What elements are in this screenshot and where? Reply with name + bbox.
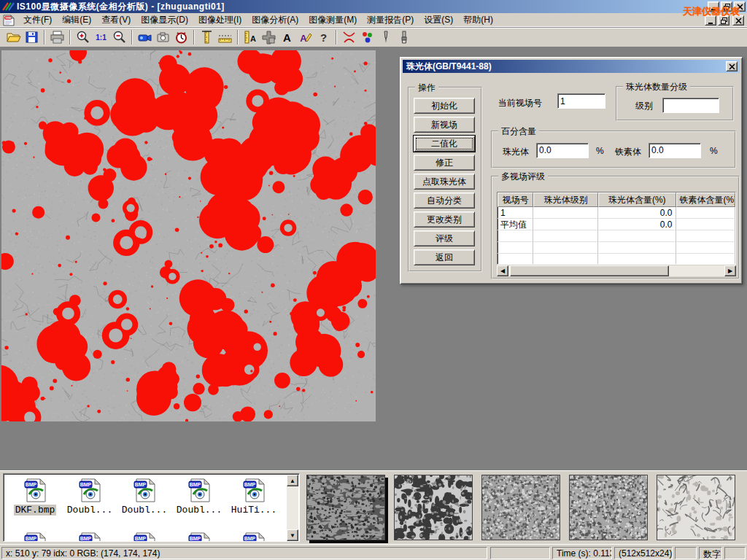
binarize-button[interactable]: 二值化	[414, 136, 475, 152]
grade-input[interactable]	[662, 98, 719, 113]
scroll-left-icon[interactable]: ◀	[497, 265, 508, 276]
toolbar-separator	[69, 30, 71, 44]
actual-size-icon[interactable]: 1:1	[92, 28, 110, 46]
status-bar: x: 510 y: 79 idx: 0 RGB: (174, 174, 174)…	[0, 544, 747, 560]
annotate-icon[interactable]: A	[296, 28, 314, 46]
scroll-down-icon[interactable]: ▼	[287, 529, 298, 541]
correct-button[interactable]: 修正	[414, 155, 475, 171]
menu-edit[interactable]: 编辑(E)	[57, 12, 96, 28]
table-row	[498, 242, 735, 254]
grade-button[interactable]: 评级	[414, 230, 475, 246]
svg-text:BMP: BMP	[80, 482, 91, 487]
svg-text:DOC: DOC	[5, 17, 11, 20]
video-capture-icon[interactable]	[136, 28, 154, 46]
caliper-vertical-icon[interactable]	[198, 28, 216, 46]
preview-thumbnail-4[interactable]	[569, 475, 648, 540]
classify-icon[interactable]	[358, 28, 376, 46]
return-button[interactable]: 返回	[414, 249, 475, 265]
preview-thumbnail-2[interactable]	[394, 475, 473, 540]
pick-pearlite-button[interactable]: 点取珠光体	[414, 174, 475, 190]
bmp-file-icon: BMP	[23, 494, 47, 505]
menu-report[interactable]: 测量报告(P)	[362, 12, 419, 28]
file-name[interactable]: Doubl...	[120, 505, 169, 516]
file-item[interactable]: BMPDoubl...	[64, 478, 115, 516]
svg-text:A: A	[250, 34, 256, 43]
preview-thumbnail-5[interactable]	[657, 475, 735, 540]
file-item-partial[interactable]: BMP	[228, 532, 279, 542]
pen-icon[interactable]	[376, 28, 395, 46]
file-name[interactable]: Doubl...	[175, 505, 223, 516]
camera-capture-icon[interactable]	[154, 28, 172, 46]
menu-image-analysis[interactable]: 图像分析(A)	[247, 12, 303, 28]
file-item-partial[interactable]: BMP	[174, 532, 225, 542]
scroll-right-icon[interactable]: ▶	[724, 265, 736, 276]
menu-settings[interactable]: 设置(S)	[419, 12, 458, 28]
menu-image-measure[interactable]: 图像测量(M)	[303, 12, 362, 28]
window-title: IS100显微摄像系统(金相分析版) - [zhuguangti01]	[17, 1, 225, 13]
file-name[interactable]: DKF.bmp	[14, 505, 57, 516]
empty-pane	[490, 547, 550, 559]
table-row[interactable]: 1 0.0	[498, 207, 735, 219]
multifield-group-label: 多视场评级	[498, 171, 548, 183]
menu-bar: DOC 文件(F) 编辑(E) 查看(V) 图像显示(D) 图像处理(I) 图像…	[0, 13, 747, 28]
dialog-close-button[interactable]	[726, 61, 738, 71]
svg-text:BMP: BMP	[244, 482, 255, 487]
file-list-scrollbar[interactable]: ▲▼	[287, 475, 298, 541]
menu-file[interactable]: 文件(F)	[18, 12, 57, 28]
document-icon[interactable]: DOC	[2, 15, 15, 26]
file-item-partial[interactable]: BMP	[9, 532, 61, 542]
grade-label: 级别	[635, 100, 653, 112]
table-row	[498, 254, 735, 265]
new-field-button[interactable]: 新视场	[414, 117, 475, 133]
file-item[interactable]: BMPDKF.bmp	[9, 478, 61, 516]
scroll-up-icon[interactable]: ▲	[287, 475, 298, 486]
time-pane: Time (s): 0.113	[552, 547, 612, 559]
caliper-text-icon[interactable]: A	[241, 28, 260, 46]
pearlite-percent-input[interactable]: 0.0	[536, 143, 589, 158]
table-header: 视场号	[498, 192, 533, 207]
current-field-input[interactable]	[557, 93, 605, 109]
mdi-workspace: 珠光体(GB/T9441-88) 操作 初始化 新视场 二值化 修正 点取珠光体…	[0, 47, 747, 470]
menu-image-display[interactable]: 图像显示(D)	[136, 12, 193, 28]
ferrite-percent-input[interactable]: 0.0	[649, 143, 701, 158]
menu-image-process[interactable]: 图像处理(I)	[193, 12, 247, 28]
ruler-horizontal-icon[interactable]	[216, 28, 234, 46]
brush-icon[interactable]	[395, 28, 413, 46]
change-class-button[interactable]: 更改类别	[414, 211, 475, 228]
print-icon[interactable]	[48, 28, 66, 46]
table-row[interactable]: 平均值 0.0	[498, 219, 735, 230]
dialog-title-bar[interactable]: 珠光体(GB/T9441-88)	[403, 60, 740, 73]
file-item[interactable]: BMPDoubl...	[174, 478, 225, 516]
zoom-out-icon[interactable]	[110, 28, 128, 46]
cell-grade	[533, 219, 598, 230]
open-file-icon[interactable]	[4, 28, 23, 46]
zoom-in-icon[interactable]	[74, 28, 92, 46]
preview-thumbnail-3[interactable]	[481, 475, 560, 540]
multifield-table[interactable]: 视场号 珠光体级别 珠光体含量(%) 铁素体含量(%) 1 0.0 平均值 0.…	[497, 192, 736, 265]
initialize-button[interactable]: 初始化	[414, 98, 475, 114]
file-item[interactable]: BMPHuiTi...	[228, 478, 279, 516]
metallograph-binarized-image[interactable]	[1, 50, 376, 421]
percent-group: 百分含量 珠光体 0.0 % 铁素体 0.0 %	[491, 131, 736, 168]
auto-classify-button[interactable]: 自动分类	[414, 192, 475, 209]
scrollbar-thumb[interactable]	[510, 265, 669, 276]
file-item[interactable]: BMPDoubl...	[119, 478, 170, 516]
file-name[interactable]: Doubl...	[66, 505, 114, 516]
merge-grid-icon[interactable]	[260, 28, 278, 46]
menu-help[interactable]: 帮助(H)	[458, 12, 498, 28]
preview-thumbnail-1[interactable]	[306, 475, 385, 540]
vendor-watermark: 天津仪器仪表	[683, 5, 740, 18]
save-icon[interactable]	[23, 28, 41, 46]
table-horizontal-scrollbar[interactable]: ◀ ▶	[497, 265, 736, 276]
file-browser[interactable]: BMPDKF.bmpBMPDoubl...BMPDoubl...BMPDoubl…	[3, 473, 300, 542]
empty-pane	[724, 547, 746, 559]
help-icon[interactable]: ?	[314, 28, 333, 46]
file-name[interactable]: HuiTi...	[230, 505, 278, 516]
file-item-partial[interactable]: BMP	[64, 532, 115, 542]
menu-view[interactable]: 查看(V)	[96, 12, 136, 28]
text-icon[interactable]: A	[278, 28, 296, 46]
cell-grade	[533, 207, 598, 219]
file-item-partial[interactable]: BMP	[119, 532, 170, 542]
timer-icon[interactable]	[172, 28, 190, 46]
spline-icon[interactable]	[340, 28, 358, 46]
